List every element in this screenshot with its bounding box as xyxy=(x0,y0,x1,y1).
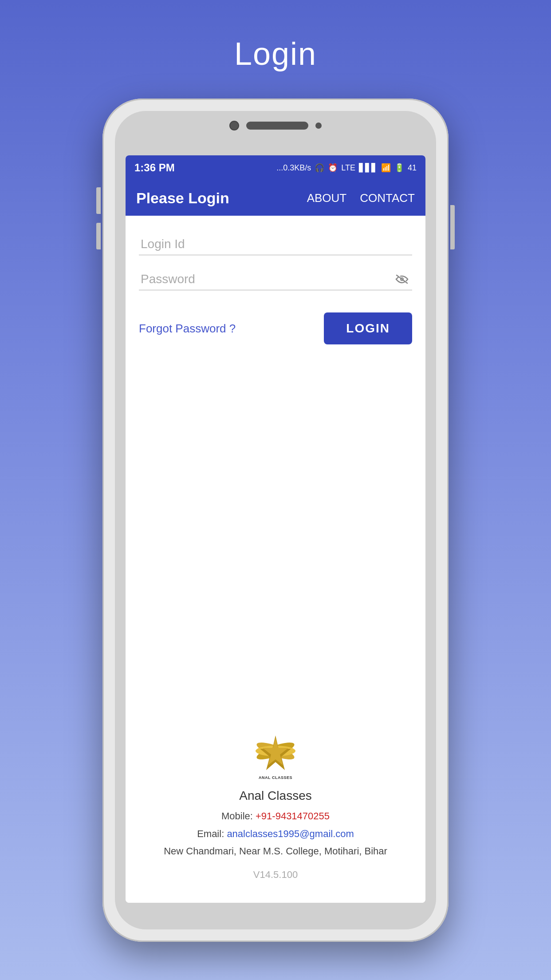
about-button[interactable]: ABOUT xyxy=(307,191,347,205)
forgot-password-link[interactable]: Forgot Password ? xyxy=(139,322,236,336)
phone-frame: 1:36 PM ...0.3KB/s 🎧 ⏰ LTE ▋▋▋ 📶 🔋 41 Pl… xyxy=(102,99,449,942)
address-text: New Chandmari, Near M.S. College, Motiha… xyxy=(164,846,387,857)
wifi-icon: 📶 xyxy=(381,163,391,173)
status-bar: 1:36 PM ...0.3KB/s 🎧 ⏰ LTE ▋▋▋ 📶 🔋 41 xyxy=(126,155,425,180)
login-id-field xyxy=(139,233,412,255)
headphone-icon: 🎧 xyxy=(315,163,324,173)
phone-inner: 1:36 PM ...0.3KB/s 🎧 ⏰ LTE ▋▋▋ 📶 🔋 41 Pl… xyxy=(115,111,436,929)
battery-icon: 🔋 xyxy=(394,163,404,173)
battery-level: 41 xyxy=(408,163,417,173)
app-bar-title: Please Login xyxy=(136,190,229,207)
front-camera xyxy=(229,121,239,130)
svg-text:ANAL CLASSES: ANAL CLASSES xyxy=(259,775,292,780)
lte-icon: LTE xyxy=(341,163,355,173)
network-speed-icon: ...0.3KB/s xyxy=(276,163,311,173)
logo-container: ANAL CLASSES Anal Classes Mobile: +91-94… xyxy=(164,727,387,881)
alarm-icon: ⏰ xyxy=(328,163,338,173)
screen-content: Forgot Password ? LOGIN xyxy=(126,216,425,903)
toggle-password-icon[interactable] xyxy=(395,272,409,287)
contact-info: Mobile: +91-9431470255 Email: analclasse… xyxy=(164,807,387,860)
action-row: Forgot Password ? LOGIN xyxy=(139,312,412,344)
phone-screen: 1:36 PM ...0.3KB/s 🎧 ⏰ LTE ▋▋▋ 📶 🔋 41 Pl… xyxy=(126,155,425,903)
power-button xyxy=(450,205,455,249)
volume-buttons xyxy=(96,187,101,258)
mobile-info: Mobile: +91-9431470255 xyxy=(164,807,387,825)
page-title: Login xyxy=(234,36,317,72)
app-bar: Please Login ABOUT CONTACT xyxy=(126,180,425,216)
phone-top-sensors xyxy=(229,121,322,130)
version-text: V14.5.100 xyxy=(253,869,298,881)
login-button[interactable]: LOGIN xyxy=(324,312,412,344)
login-id-input[interactable] xyxy=(139,233,412,255)
sensor-dot xyxy=(315,122,322,129)
mobile-label: Mobile: xyxy=(221,810,253,822)
email-label: Email: xyxy=(197,828,224,839)
email-address[interactable]: analclasses1995@gmail.com xyxy=(227,828,354,839)
screen-footer: ANAL CLASSES Anal Classes Mobile: +91-94… xyxy=(139,358,412,894)
signal-icon: ▋▋▋ xyxy=(359,163,378,173)
password-field xyxy=(139,269,412,290)
app-bar-actions: ABOUT CONTACT xyxy=(307,191,415,205)
company-logo: ANAL CLASSES xyxy=(247,727,304,784)
contact-button[interactable]: CONTACT xyxy=(360,191,415,205)
speaker-grille xyxy=(246,122,308,130)
address-info: New Chandmari, Near M.S. College, Motiha… xyxy=(164,842,387,860)
status-time: 1:36 PM xyxy=(134,162,175,174)
status-icons: ...0.3KB/s 🎧 ⏰ LTE ▋▋▋ 📶 🔋 41 xyxy=(276,163,417,173)
mobile-number[interactable]: +91-9431470255 xyxy=(256,810,330,822)
email-info: Email: analclasses1995@gmail.com xyxy=(164,825,387,843)
company-name: Anal Classes xyxy=(239,789,311,803)
password-input[interactable] xyxy=(139,269,412,290)
